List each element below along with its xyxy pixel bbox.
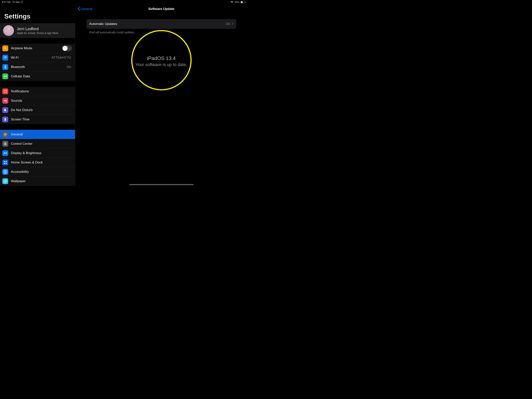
sidebar-item-label: Control Center bbox=[11, 142, 72, 146]
content-inner: Automatic Updates On iPad will automatic… bbox=[75, 13, 247, 67]
sidebar-item-general[interactable]: General bbox=[0, 130, 75, 139]
sidebar-item-label: Do Not Disturb bbox=[11, 108, 72, 112]
sounds-icon bbox=[2, 98, 8, 104]
sidebar-item-label: Bluetooth bbox=[11, 65, 67, 69]
profile-text: Jerri Ledford Apple ID, iCloud, iTunes &… bbox=[17, 27, 58, 34]
body: Settings Jerri Ledford Apple ID, iCloud,… bbox=[0, 4, 247, 186]
svg-rect-2 bbox=[245, 2, 246, 3]
sidebar-item-label: Wallpaper bbox=[11, 179, 72, 183]
sidebar-item-controlcenter[interactable]: Control Center bbox=[0, 139, 75, 148]
svg-point-10 bbox=[6, 144, 6, 145]
status-message: Your software is up to date. bbox=[86, 62, 236, 67]
settings-title: Settings bbox=[0, 4, 75, 23]
settings-sidebar: Settings Jerri Ledford Apple ID, iCloud,… bbox=[0, 4, 75, 186]
sidebar-item-wifi[interactable]: Wi-Fi ATT54rHY7U bbox=[0, 53, 75, 62]
battery-percent: 44% bbox=[235, 1, 239, 4]
sidebar-item-homescreen[interactable]: Home Screen & Dock bbox=[0, 158, 75, 167]
screentime-icon bbox=[2, 116, 8, 122]
wifi-value: ATT54rHY7U bbox=[51, 56, 71, 60]
battery-icon bbox=[241, 1, 246, 3]
status-date: Fri Mar 27 bbox=[13, 1, 23, 4]
sidebar-item-cellular[interactable]: Cellular Data bbox=[0, 72, 75, 81]
svg-rect-13 bbox=[4, 163, 5, 164]
general-icon bbox=[2, 131, 8, 137]
svg-point-18 bbox=[5, 181, 6, 182]
svg-rect-14 bbox=[6, 163, 7, 164]
notifications-icon bbox=[2, 89, 8, 94]
svg-point-6 bbox=[5, 134, 6, 135]
svg-rect-11 bbox=[4, 161, 5, 162]
content-pane: General Software Update Automatic Update… bbox=[75, 4, 247, 186]
svg-point-16 bbox=[5, 170, 6, 171]
status-bar: 8:57 AM Fri Mar 27 44% bbox=[0, 0, 247, 4]
sidebar-item-label: Airplane Mode bbox=[11, 46, 62, 50]
wifi-icon bbox=[2, 55, 8, 61]
back-button[interactable]: General bbox=[77, 6, 92, 12]
cell-value: On bbox=[226, 22, 230, 26]
dnd-icon bbox=[2, 107, 8, 113]
sidebar-item-dnd[interactable]: Do Not Disturb bbox=[0, 105, 75, 115]
airplane-toggle[interactable] bbox=[62, 45, 72, 51]
sidebar-item-accessibility[interactable]: Accessibility bbox=[0, 167, 75, 176]
group-gap bbox=[0, 124, 75, 130]
update-status: iPadOS 13.4 Your software is up to date. bbox=[86, 55, 236, 67]
home-indicator[interactable] bbox=[129, 184, 194, 185]
sidebar-group-connectivity: ✈ Airplane Mode Wi-Fi ATT54rHY7U Bluetoo… bbox=[0, 44, 75, 81]
back-label: General bbox=[80, 7, 92, 11]
chevron-left-icon bbox=[77, 6, 80, 12]
svg-rect-1 bbox=[241, 1, 243, 3]
controlcenter-icon bbox=[2, 141, 8, 147]
apple-id-row[interactable]: Jerri Ledford Apple ID, iCloud, iTunes &… bbox=[0, 23, 75, 38]
profile-subtitle: Apple ID, iCloud, iTunes & App Store bbox=[17, 32, 58, 34]
sidebar-item-label: Accessibility bbox=[11, 170, 72, 174]
bluetooth-value: On bbox=[67, 65, 71, 69]
sidebar-item-label: Wi-Fi bbox=[11, 56, 51, 60]
sidebar-group-alerts: Notifications Sounds Do Not Disturb bbox=[0, 87, 75, 124]
wifi-status-icon bbox=[230, 1, 234, 3]
avatar bbox=[3, 25, 14, 36]
sidebar-item-airplane[interactable]: ✈ Airplane Mode bbox=[0, 44, 75, 53]
status-time: 8:57 AM bbox=[2, 1, 11, 4]
status-bar-left: 8:57 AM Fri Mar 27 bbox=[2, 1, 23, 4]
sidebar-item-sounds[interactable]: Sounds bbox=[0, 96, 75, 105]
svg-point-5 bbox=[6, 90, 7, 91]
svg-point-9 bbox=[4, 143, 5, 144]
sidebar-item-screentime[interactable]: Screen Time bbox=[0, 115, 75, 124]
sidebar-item-label: Notifications bbox=[11, 90, 72, 93]
page-title: Software Update bbox=[75, 7, 247, 11]
svg-rect-12 bbox=[6, 161, 7, 162]
sidebar-item-label: Sounds bbox=[11, 99, 72, 103]
cell-label: Automatic Updates bbox=[89, 22, 226, 26]
cellular-icon bbox=[2, 73, 8, 79]
sidebar-item-label: Display & Brightness bbox=[11, 151, 72, 155]
automatic-updates-row[interactable]: Automatic Updates On bbox=[86, 19, 236, 29]
sidebar-item-wallpaper[interactable]: Wallpaper bbox=[0, 176, 75, 186]
homescreen-icon bbox=[2, 160, 8, 165]
sidebar-item-display[interactable]: AA Display & Brightness bbox=[0, 148, 75, 158]
group-gap bbox=[0, 81, 75, 87]
auto-updates-footer: iPad will automatically install updates. bbox=[86, 29, 236, 34]
accessibility-icon bbox=[2, 169, 8, 175]
sidebar-group-system: General Control Center AA Display & Brig… bbox=[0, 130, 75, 186]
group-gap bbox=[0, 38, 75, 44]
svg-point-3 bbox=[5, 76, 6, 77]
chevron-right-icon bbox=[232, 22, 234, 26]
sidebar-item-label: Home Screen & Dock bbox=[11, 161, 72, 164]
profile-name: Jerri Ledford bbox=[17, 27, 58, 31]
sidebar-item-label: General bbox=[11, 133, 72, 136]
bluetooth-icon bbox=[2, 64, 8, 70]
wallpaper-icon bbox=[2, 178, 8, 184]
status-bar-right: 44% bbox=[230, 1, 246, 4]
display-icon: AA bbox=[2, 150, 8, 156]
sidebar-item-label: Screen Time bbox=[11, 117, 72, 121]
sidebar-item-notifications[interactable]: Notifications bbox=[0, 87, 75, 96]
sidebar-item-label: Cellular Data bbox=[11, 74, 72, 78]
sidebar-item-bluetooth[interactable]: Bluetooth On bbox=[0, 62, 75, 72]
os-version: iPadOS 13.4 bbox=[86, 55, 236, 61]
airplane-icon: ✈ bbox=[2, 45, 8, 51]
screen: 8:57 AM Fri Mar 27 44% bbox=[0, 0, 247, 186]
nav-bar: General Software Update bbox=[75, 5, 247, 13]
